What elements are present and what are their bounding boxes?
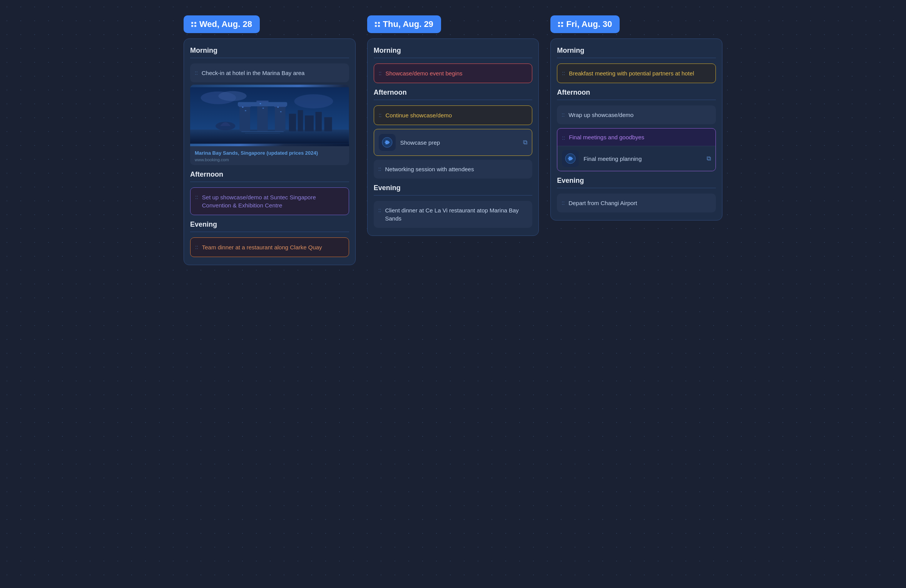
day-column-wed: Wed, Aug. 28 Morning :: Check-in at hote… (184, 15, 356, 265)
event-text: Wrap up showcase/demo (568, 111, 634, 119)
svg-rect-25 (245, 133, 280, 134)
drag-handle: :: (562, 200, 565, 206)
event-text: Final meeting planning (583, 155, 702, 162)
svg-point-2 (218, 91, 246, 101)
day-header-thu[interactable]: Thu, Aug. 29 (367, 15, 441, 33)
event-team-dinner[interactable]: :: Team dinner at a restaurant along Cla… (190, 237, 349, 257)
app-icon-final-meeting (562, 150, 579, 167)
afternoon-events-wed: :: Set up showcase/demo at Suntec Singap… (190, 187, 349, 215)
event-text: Depart from Changi Airport (568, 199, 637, 207)
drag-handle: :: (562, 112, 565, 118)
svg-rect-9 (275, 105, 286, 131)
svg-rect-16 (277, 107, 279, 108)
grid-icon (558, 22, 563, 27)
svg-rect-14 (260, 103, 261, 104)
svg-rect-15 (262, 108, 264, 109)
svg-rect-22 (316, 112, 322, 131)
section-morning-fri: Morning (557, 47, 716, 58)
event-wrap-up[interactable]: :: Wrap up showcase/demo (557, 105, 716, 124)
drag-handle: :: (378, 207, 381, 213)
drag-handle: :: (562, 135, 565, 141)
section-evening-fri: Evening (557, 177, 716, 188)
section-afternoon-fri: Afternoon (557, 89, 716, 100)
event-client-dinner[interactable]: :: Client dinner at Ce La Vi restaurant … (374, 201, 533, 228)
afternoon-events-fri: :: Wrap up showcase/demo :: Final meetin… (557, 105, 716, 171)
event-text: Team dinner at a restaurant along Clarke… (202, 243, 322, 251)
drag-handle: :: (378, 166, 381, 172)
event-networking[interactable]: :: Networking session with attendees (374, 160, 533, 179)
calendar-container: Wed, Aug. 28 Morning :: Check-in at hote… (184, 15, 722, 265)
morning-events-fri: :: Breakfast meeting with potential part… (557, 63, 716, 83)
event-continue-showcase[interactable]: :: Continue showcase/demo (374, 105, 533, 125)
event-text: Showcase/demo event begins (385, 69, 462, 77)
day-column-fri: Fri, Aug. 30 Morning :: Breakfast meetin… (550, 15, 722, 265)
svg-rect-11 (238, 102, 287, 106)
marina-bay-image (190, 85, 349, 146)
final-meetings-label: Final meetings and goodbyes (569, 133, 644, 141)
event-showcase-begins[interactable]: :: Showcase/demo event begins (374, 63, 533, 83)
event-showcase-setup[interactable]: :: Set up showcase/demo at Suntec Singap… (190, 187, 349, 215)
svg-rect-17 (280, 111, 282, 112)
svg-rect-5 (239, 105, 250, 131)
evening-events-fri: :: Depart from Changi Airport (557, 194, 716, 212)
event-breakfast-meeting[interactable]: :: Breakfast meeting with potential part… (557, 63, 716, 83)
grid-icon (191, 22, 196, 27)
day-header-label: Fri, Aug. 30 (566, 19, 612, 29)
day-card-thu: Morning :: Showcase/demo event begins Af… (367, 38, 539, 236)
drag-handle: :: (379, 112, 382, 118)
drag-handle: :: (379, 70, 382, 76)
svg-rect-20 (298, 110, 303, 131)
day-header-label: Wed, Aug. 28 (199, 19, 252, 29)
image-caption-url: www.booking.com (195, 157, 344, 162)
event-text: Set up showcase/demo at Suntec Singapore… (202, 193, 344, 209)
section-afternoon-thu: Afternoon (374, 89, 533, 100)
svg-rect-19 (289, 114, 296, 131)
svg-rect-12 (242, 107, 244, 108)
external-link-icon[interactable]: ⧉ (707, 155, 711, 162)
event-final-meetings[interactable]: :: Final meetings and goodbyes (557, 128, 716, 171)
image-caption: Marina Bay Sands, Singapore (updated pri… (190, 146, 349, 165)
svg-rect-13 (245, 110, 246, 111)
event-text: Showcase prep (400, 139, 519, 146)
drag-handle: :: (195, 244, 198, 250)
svg-point-3 (294, 94, 333, 109)
day-card-wed: Morning :: Check-in at hotel in the Mari… (184, 38, 356, 265)
section-afternoon-wed: Afternoon (190, 170, 349, 182)
event-checkin[interactable]: :: Check-in at hotel in the Marina Bay a… (190, 63, 349, 82)
day-card-fri: Morning :: Breakfast meeting with potent… (550, 38, 722, 220)
final-meetings-header: :: Final meetings and goodbyes (557, 129, 715, 146)
event-text: Continue showcase/demo (385, 111, 452, 119)
section-evening-thu: Evening (374, 184, 533, 195)
marina-bay-card[interactable]: Marina Bay Sands, Singapore (updated pri… (190, 85, 349, 165)
drag-handle: :: (195, 70, 198, 76)
event-text: Networking session with attendees (385, 165, 474, 173)
svg-rect-21 (305, 115, 314, 131)
day-header-fri[interactable]: Fri, Aug. 30 (550, 15, 620, 33)
event-text: Check-in at hotel in the Marina Bay area (202, 69, 305, 77)
evening-events-wed: :: Team dinner at a restaurant along Cla… (190, 237, 349, 257)
app-icon-showcase (379, 134, 396, 151)
day-header-label: Thu, Aug. 29 (383, 19, 433, 29)
svg-rect-23 (324, 117, 332, 132)
grid-icon (375, 22, 380, 27)
event-depart[interactable]: :: Depart from Changi Airport (557, 194, 716, 212)
evening-events-thu: :: Client dinner at Ce La Vi restaurant … (374, 201, 533, 228)
svg-rect-24 (241, 131, 284, 132)
drag-handle: :: (562, 70, 565, 76)
drag-handle: :: (195, 194, 198, 200)
day-header-wed[interactable]: Wed, Aug. 28 (184, 15, 260, 33)
image-caption-title: Marina Bay Sands, Singapore (updated pri… (195, 150, 344, 157)
event-text: Client dinner at Ce La Vi restaurant ato… (385, 206, 528, 222)
section-morning-thu: Morning (374, 47, 533, 58)
section-evening-wed: Evening (190, 220, 349, 232)
final-meeting-app[interactable]: Final meeting planning ⧉ (557, 146, 715, 171)
afternoon-events-thu: :: Continue showcase/demo Showcase prep … (374, 105, 533, 179)
day-column-thu: Thu, Aug. 29 Morning :: Showcase/demo ev… (367, 15, 539, 265)
morning-events-thu: :: Showcase/demo event begins (374, 63, 533, 83)
morning-events-wed: :: Check-in at hotel in the Marina Bay a… (190, 63, 349, 165)
section-morning-wed: Morning (190, 47, 349, 58)
external-link-icon[interactable]: ⧉ (523, 139, 527, 146)
event-showcase-prep[interactable]: Showcase prep ⧉ (374, 129, 533, 156)
event-text: Breakfast meeting with potential partner… (569, 69, 694, 77)
